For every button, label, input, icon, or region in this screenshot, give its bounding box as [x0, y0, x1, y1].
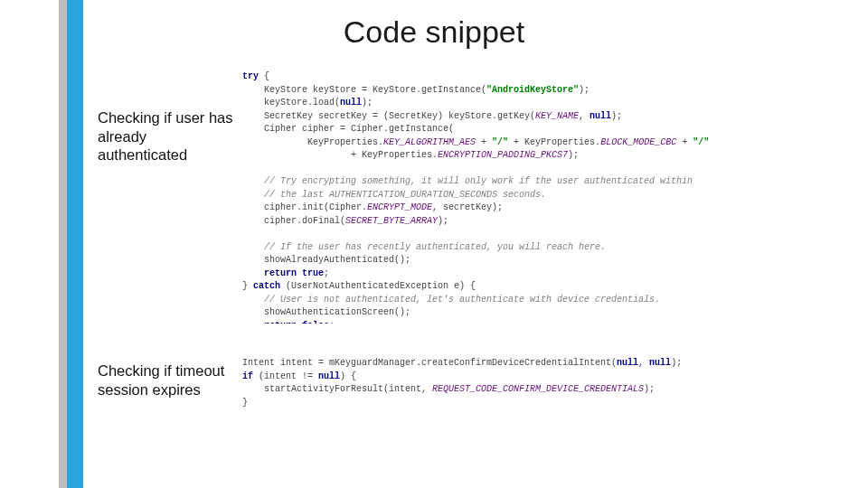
code-block-auth: try { KeyStore keyStore = KeyStore.getIn… [242, 70, 839, 324]
label-auth-check: Checking if user has already authenticat… [98, 108, 233, 164]
slide-title: Code snippet [0, 14, 868, 50]
accent-stripe [67, 0, 83, 488]
accent-shadow [59, 0, 67, 488]
label-timeout-check: Checking if timeout session expires [98, 361, 233, 399]
code-block-timeout: Intent intent = mKeyguardManager.createC… [242, 357, 839, 420]
